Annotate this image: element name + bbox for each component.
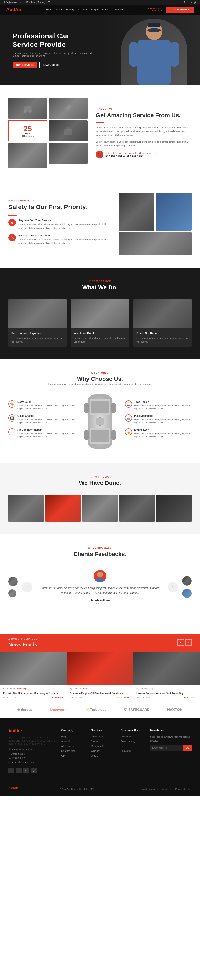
- news-read-more-2[interactable]: READ MORE: [117, 697, 130, 699]
- car-icon: [21, 102, 34, 115]
- footer-svc-1[interactable]: Wheel work: [91, 735, 103, 738]
- nav-news[interactable]: News: [102, 8, 108, 11]
- footer-social: f t in yt: [8, 768, 55, 773]
- safety-images: [119, 193, 192, 255]
- news-next-arrow[interactable]: ›: [186, 640, 192, 646]
- footer-about-link[interactable]: About us: [162, 788, 171, 790]
- hero-title: Professional Car Service Provide: [13, 32, 96, 49]
- footer-newsletter-col: Newsletter Subscribe to our newsletter a…: [150, 729, 192, 773]
- testimonial-next[interactable]: ›: [168, 582, 178, 592]
- footer-grid: AutlAir Sed ut perspiciatis, unde omnis …: [8, 729, 192, 773]
- hero-image: [121, 19, 187, 86]
- feature-title-tires: Tires Repair: [134, 401, 192, 403]
- news-date-2: March 3, 2020: [70, 697, 83, 699]
- svg-point-8: [29, 110, 32, 113]
- footer-social-in[interactable]: in: [23, 768, 29, 773]
- top-bar-info: info@autoair.com 123, Road, Traner, NYC: [4, 1, 53, 3]
- social-twitter[interactable]: t: [187, 1, 188, 3]
- footer-link-offer[interactable]: Offer: [61, 754, 66, 757]
- footer-link-blog[interactable]: Blog: [61, 735, 66, 738]
- nav-about[interactable]: About: [56, 8, 62, 11]
- social-linkedin[interactable]: in: [190, 1, 192, 3]
- nav-gallery[interactable]: Gallery: [66, 8, 74, 11]
- footer-cust-3[interactable]: Help: [121, 745, 125, 747]
- safety-section: // WHY CHOOSE US Safety Is Our First Pri…: [0, 181, 200, 268]
- footer-svc-4[interactable]: Wish list: [91, 749, 100, 752]
- portfolio-grid: [8, 495, 192, 522]
- about-images: 25 Years Of Experience: [8, 98, 87, 168]
- social-youtube[interactable]: yt: [194, 1, 196, 3]
- footer-social-yt[interactable]: yt: [31, 768, 37, 773]
- hero-services-button[interactable]: OUR SERVICES: [13, 62, 37, 68]
- why-features-right: 🔄 Tires Repair Lorem ipsum dolor sit ame…: [125, 401, 192, 442]
- about-img-1: [8, 98, 47, 119]
- safety-item-2: 🔧 Hardcore Repair Service Lorem ipsum do…: [8, 234, 110, 245]
- testimonials-section: // TESTIMONIALS Clients Feedbacks. ‹ Lor…: [0, 534, 200, 621]
- partner-turbologo: ⚡ Turbologo: [85, 708, 106, 712]
- testimonial-wrapper: ‹ Lorem ipsum dolor sit amet, consectetu…: [8, 566, 192, 609]
- safety-item-1: ⏰ Anytime Get Your Service Lorem ipsum d…: [8, 219, 110, 230]
- news-card-2: By: admined Services Common Engine Oil P…: [67, 652, 133, 702]
- feature-title-body-color: Body Color: [17, 401, 75, 403]
- what-we-do-section: // NEW SERVICE What We Do. Performance U…: [0, 268, 200, 359]
- news-meta-2: By: admined Services Common Engine Oil P…: [67, 685, 133, 702]
- nav-pages[interactable]: Pages: [91, 8, 98, 11]
- partners-section: ⚙ durgas logotype ✕ ⚡ Turbologo 🛡 SAFEGU…: [0, 701, 200, 718]
- nav-contact[interactable]: Contact us: [112, 8, 124, 11]
- news-read-more-1[interactable]: READ MORE: [51, 697, 63, 699]
- footer-terms[interactable]: Terms & Conditions: [138, 788, 158, 790]
- footer-company-title: Company: [61, 729, 84, 732]
- feature-text-ac: Air Condition Repair Lorem ipsum dolor s…: [17, 428, 75, 438]
- footer-svc-2[interactable]: Ane us: [91, 740, 98, 743]
- service-img-2: [71, 299, 129, 328]
- nav-services[interactable]: Services: [78, 8, 87, 11]
- service-desc-1: Lorem ipsum dolor sit amet, consectetur …: [11, 336, 63, 344]
- about-phone-block: 📞 Call us 24/7. We can answer for all yo…: [96, 151, 192, 158]
- footer-svc-3[interactable]: My account: [91, 745, 103, 747]
- footer-privacy[interactable]: Privacy & Policy: [175, 788, 192, 790]
- news-header: // BUILD & SERVICES News Feeds ‹ ›: [0, 633, 200, 652]
- hero-learn-button[interactable]: LEARN MORE: [40, 62, 63, 68]
- footer-social-tw[interactable]: t: [16, 768, 22, 773]
- newsletter-input[interactable]: [150, 745, 183, 751]
- appointment-button[interactable]: GET APPOINTMENT: [166, 7, 194, 13]
- portfolio-img-2: [45, 495, 81, 522]
- footer-social-fb[interactable]: f: [8, 768, 14, 773]
- safety-img-2: [156, 193, 192, 231]
- svg-rect-17: [111, 403, 116, 413]
- newsletter-button[interactable]: GO: [183, 745, 192, 751]
- newsletter-form: GO: [150, 745, 192, 751]
- svg-rect-6: [148, 23, 160, 27]
- testimonial-avatar: [94, 570, 106, 582]
- social-facebook[interactable]: f: [184, 1, 185, 3]
- feature-desc-ac: Lorem ipsum dolor sit amet, consectetur …: [17, 432, 75, 438]
- footer-cust-1[interactable]: My account: [121, 735, 132, 738]
- footer-cust-4[interactable]: Contact us: [121, 749, 132, 752]
- partners-row: ⚙ durgas logotype ✕ ⚡ Turbologo 🛡 SAFEGU…: [8, 708, 192, 712]
- about-para1: Lorem ipsum dolor sit amet, consectetur …: [96, 126, 192, 137]
- avatar-illustration: [94, 570, 106, 582]
- services-grid: Performance Upgrades Lorem ipsum dolor s…: [8, 299, 192, 347]
- footer-link-sitemap[interactable]: Situation Map: [61, 749, 75, 752]
- wrench-icon: [62, 102, 75, 115]
- news-section: // BUILD & SERVICES News Feeds ‹ › By: a…: [0, 621, 200, 702]
- testimonial-prev[interactable]: ‹: [22, 582, 32, 592]
- feature-diagnostic: 🔬 Pure Diagnostic Lorem ipsum dolor sit …: [125, 414, 192, 424]
- service-img-3: [133, 299, 192, 328]
- testimonial-text: Lorem ipsum dolor sit amet, consectetur …: [41, 585, 159, 595]
- phone-label: Call us Now:: [148, 7, 162, 10]
- footer-svc-5[interactable]: Orders: [91, 754, 98, 757]
- what-we-do-title: What We Do.: [8, 284, 192, 291]
- feature-glass-change: 🔲 Glass Change Lorem ipsum dolor sit ame…: [8, 414, 75, 424]
- feature-tires: 🔄 Tires Repair Lorem ipsum dolor sit ame…: [125, 401, 192, 410]
- testimonials-title: Clients Feedbacks.: [8, 551, 192, 557]
- footer-cust-2[interactable]: Order tracking: [121, 740, 135, 743]
- footer-desc: Sed ut perspiciatis, unde omnis iste nat…: [8, 736, 55, 745]
- news-prev-arrow[interactable]: ‹: [178, 640, 184, 646]
- testimonial-content: Lorem ipsum dolor sit amet, consectetur …: [37, 566, 163, 609]
- footer-link-about[interactable]: About Us: [61, 740, 71, 743]
- nav-home[interactable]: Home: [46, 8, 52, 11]
- news-tag: // BUILD & SERVICES: [8, 638, 38, 640]
- news-read-more-3[interactable]: READ MORE: [184, 697, 197, 699]
- footer-link-products[interactable]: All Products: [61, 745, 73, 747]
